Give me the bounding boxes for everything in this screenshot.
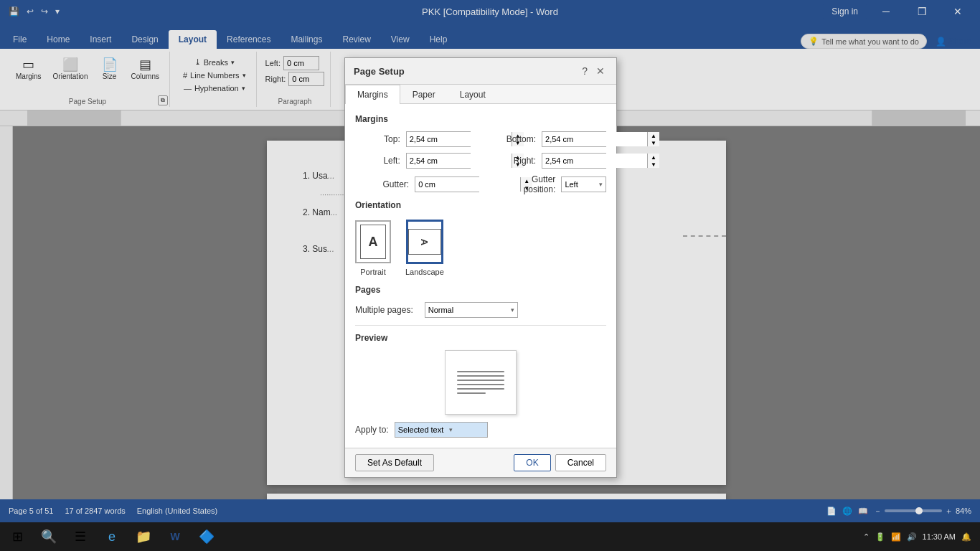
ok-button[interactable]: OK	[514, 454, 550, 471]
right-value[interactable]	[542, 154, 647, 168]
word-taskbar-button[interactable]: W	[161, 524, 189, 550]
bottom-value[interactable]	[542, 132, 647, 146]
restore-button[interactable]: ❒	[905, 0, 938, 23]
statusbar-left: Page 5 of 51 17 of 2847 words English (U…	[9, 507, 217, 515]
more-quick-btn[interactable]: ▾	[52, 5, 62, 18]
left-value[interactable]	[407, 154, 512, 168]
share-button[interactable]: 👤 Share	[936, 37, 971, 47]
word-count[interactable]: 17 of 2847 words	[65, 507, 125, 515]
redo-quick-btn[interactable]: ↪	[38, 5, 51, 18]
zoom-level[interactable]: 84%	[956, 507, 971, 515]
zoom-out-btn[interactable]: －	[874, 506, 882, 517]
tab-design[interactable]: Design	[121, 30, 168, 49]
zoom-in-btn[interactable]: ＋	[945, 506, 953, 517]
bottom-up-btn[interactable]: ▲	[648, 132, 659, 139]
margins-button[interactable]: ▭ Margins	[11, 56, 46, 83]
right-down-btn[interactable]: ▼	[648, 161, 659, 168]
tell-me-input[interactable]: 💡 Tell me what you want to do	[801, 34, 927, 49]
tab-review[interactable]: Review	[332, 30, 380, 49]
size-button[interactable]: 📄 Size	[95, 56, 124, 83]
tab-help[interactable]: Help	[420, 30, 458, 49]
columns-button[interactable]: ▤ Columns	[127, 56, 164, 83]
search-button[interactable]: 🔍	[34, 524, 63, 550]
edge-button[interactable]: e	[98, 524, 126, 550]
window-title: PKK [Compatibility Mode] - Word	[422, 6, 558, 17]
left-input[interactable]: ▲ ▼	[406, 153, 471, 169]
indent-right-input[interactable]	[288, 72, 324, 86]
page-info[interactable]: Page 5 of 51	[9, 507, 53, 515]
right-spinners[interactable]: ▲ ▼	[647, 154, 659, 168]
view-mode-print[interactable]: 📄	[826, 507, 837, 516]
tab-layout[interactable]: Layout	[169, 30, 217, 49]
close-button[interactable]: ✕	[941, 0, 974, 23]
zoom-slider[interactable]	[885, 509, 942, 512]
minimize-button[interactable]: ─	[870, 0, 903, 23]
landscape-option[interactable]: A Landscape	[405, 220, 444, 276]
orientation-label: Orientation	[53, 72, 88, 80]
breaks-icon: ⤓	[194, 57, 201, 67]
dialog-help-button[interactable]: ?	[582, 65, 588, 77]
tab-references[interactable]: References	[217, 30, 281, 49]
preview-line-6	[457, 392, 486, 394]
gutter-pos-select[interactable]: Left ▾	[561, 176, 606, 192]
tab-insert[interactable]: Insert	[80, 30, 121, 49]
tab-view[interactable]: View	[381, 30, 420, 49]
gutter-pos-label: Gutter position:	[512, 174, 555, 194]
notification-btn[interactable]: 🔔	[961, 532, 971, 542]
top-label: Top:	[355, 134, 400, 144]
right-up-btn[interactable]: ▲	[648, 154, 659, 161]
indent-left-input[interactable]	[283, 56, 319, 70]
view-mode-web[interactable]: 🌐	[842, 507, 852, 516]
gutter-input[interactable]: ▲ ▼	[415, 176, 479, 192]
pages-section: Pages Multiple pages: Normal ▾	[355, 285, 606, 318]
preview-line-4	[457, 384, 504, 385]
preview-line-5	[457, 388, 504, 390]
dialog-content: Margins Top: ▲ ▼ Bottom:	[345, 104, 616, 448]
portrait-letter: A	[369, 235, 378, 250]
hyphenation-button[interactable]: — Hyphenation ▾	[179, 83, 250, 94]
top-value[interactable]	[407, 132, 512, 146]
portrait-option[interactable]: A Portrait	[355, 220, 391, 276]
apply-to-select[interactable]: Selected text ▾	[395, 422, 488, 438]
save-quick-btn[interactable]: 💾	[6, 5, 22, 18]
dialog-tab-layout[interactable]: Layout	[448, 85, 498, 104]
landscape-letter: A	[419, 238, 430, 245]
start-button[interactable]: ⊞	[3, 524, 32, 550]
page-setup-collapse[interactable]: ⧉	[158, 95, 168, 105]
dialog-tab-margins[interactable]: Margins	[345, 85, 400, 104]
size-icon: 📄	[102, 58, 118, 71]
task-view-button[interactable]: ☰	[66, 524, 95, 550]
extra-taskbar-btn[interactable]: 🔷	[192, 524, 221, 550]
doc-item-3-text: Sus...	[312, 244, 334, 254]
lightbulb-icon: 💡	[809, 37, 819, 46]
landscape-label: Landscape	[405, 268, 444, 276]
page-setup-dialog[interactable]: Page Setup ? ✕ Margins Paper Layout Marg…	[344, 57, 617, 478]
breaks-button[interactable]: ⤓ Breaks ▾	[190, 56, 239, 68]
cancel-button[interactable]: Cancel	[555, 454, 606, 471]
undo-quick-btn[interactable]: ↩	[24, 5, 37, 18]
dialog-tab-paper[interactable]: Paper	[400, 85, 448, 104]
bottom-down-btn[interactable]: ▼	[648, 139, 659, 146]
tab-file[interactable]: File	[3, 30, 37, 49]
line-numbers-button[interactable]: # Line Numbers ▾	[179, 70, 250, 81]
dialog-close-button[interactable]: ✕	[593, 64, 608, 78]
bottom-spinners[interactable]: ▲ ▼	[647, 132, 659, 146]
file-explorer-button[interactable]: 📁	[129, 524, 158, 550]
gutter-value[interactable]	[415, 177, 520, 192]
pages-title: Pages	[355, 285, 606, 295]
language[interactable]: English (United States)	[137, 507, 218, 515]
orientation-button[interactable]: ⬜ Orientation	[49, 56, 93, 83]
right-input[interactable]: ▲ ▼	[542, 153, 606, 169]
doc-item-3-num: 3.	[303, 244, 312, 254]
sign-in-button[interactable]: Sign in	[823, 4, 867, 19]
multiple-pages-select[interactable]: Normal ▾	[425, 302, 518, 318]
top-input[interactable]: ▲ ▼	[406, 131, 471, 147]
size-label: Size	[103, 72, 116, 80]
breaks-label: Breaks	[204, 58, 228, 67]
set-as-default-button[interactable]: Set As Default	[355, 454, 434, 471]
tab-mailings[interactable]: Mailings	[281, 30, 332, 49]
bottom-input[interactable]: ▲ ▼	[542, 131, 606, 147]
tab-home[interactable]: Home	[37, 30, 80, 49]
left-right-row: Left: ▲ ▼ Right: ▲ ▼	[355, 153, 606, 169]
view-mode-read[interactable]: 📖	[858, 507, 868, 516]
